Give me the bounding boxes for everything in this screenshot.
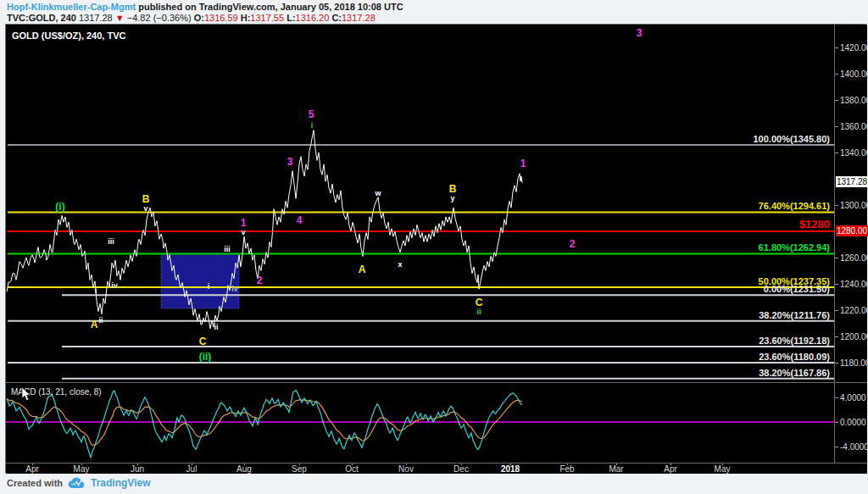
price-axis-label: 1400.00 [840, 69, 868, 79]
wave-label[interactable]: (i) [55, 203, 64, 212]
author-link[interactable]: Hopf-Klinkmueller-Cap-Mgmt [7, 2, 136, 12]
wave-label[interactable]: 3 [287, 158, 293, 167]
wave-label[interactable]: C [476, 298, 483, 308]
macd-axis-label: 4.0000 [840, 393, 866, 402]
axis-tick [835, 363, 838, 364]
axis-tick [835, 336, 838, 337]
wave-label[interactable]: iv [111, 281, 118, 291]
wave-label[interactable]: 3 [637, 29, 643, 38]
macd-plot-svg[interactable] [6, 383, 834, 463]
mouse-cursor-icon [21, 387, 33, 402]
axis-tick [835, 258, 838, 258]
wave-label[interactable]: C [199, 337, 207, 347]
price-axis[interactable]: 1317.28 1280.00 1420.001400.001380.00136… [834, 25, 867, 463]
wave-label[interactable]: A [359, 265, 366, 275]
created-with-text: Created with [7, 478, 63, 488]
wave-label[interactable]: v [143, 204, 147, 214]
tradingview-cloud-icon [68, 477, 86, 489]
time-axis-label: Apr [25, 464, 39, 474]
wave-label[interactable]: 1 [520, 159, 526, 169]
header: Hopf-Klinkmueller-Cap-Mgmt published on … [7, 2, 403, 23]
chart-area[interactable]: 100.00%(1345.80)76.40%(1294.61)61.80%(12… [5, 24, 866, 473]
wave-label[interactable]: i [311, 121, 314, 130]
time-axis[interactable]: AprMayJunJulAugSepOctNovDec2018FebMarApr… [6, 463, 867, 474]
fib-level-label[interactable]: 0.00%(1231.50) [764, 284, 830, 294]
axis-tick [835, 447, 838, 447]
wave-label[interactable]: i [208, 282, 210, 291]
chart-title: GOLD (US$/OZ), 240, TVC [12, 31, 125, 41]
axis-tick [835, 397, 838, 398]
fib-level-label[interactable]: 23.60%(1180.09) [759, 352, 830, 362]
low-value: 1316.20 [296, 13, 330, 23]
fib-level-label[interactable]: 100.00%(1345.80) [753, 134, 830, 144]
alert-price-tag: 1280.00 [836, 225, 868, 236]
publish-line: Hopf-Klinkmueller-Cap-Mgmt published on … [7, 2, 403, 12]
time-axis-label: Feb [559, 464, 574, 474]
wave-label[interactable]: i [95, 286, 97, 296]
price-plot-svg[interactable] [6, 25, 834, 382]
price-axis-label: 1240.00 [840, 280, 868, 289]
price-axis-label: 1220.00 [840, 306, 868, 315]
wave-label[interactable]: iv [231, 285, 238, 294]
time-axis-label: Aug [236, 464, 252, 474]
time-axis-label: Dec [453, 464, 469, 474]
time-axis-label: Nov [398, 464, 414, 474]
time-axis-label: Oct [345, 464, 359, 474]
wave-label[interactable]: 2 [570, 240, 576, 249]
time-axis-label: Jun [131, 464, 144, 474]
axis-tick [835, 47, 838, 48]
high-label: H: [241, 13, 251, 23]
wave-label[interactable]: x [398, 260, 402, 269]
price-pane[interactable]: 100.00%(1345.80)76.40%(1294.61)61.80%(12… [6, 25, 834, 382]
axis-tick [835, 310, 838, 311]
wave-label[interactable]: iii [108, 237, 114, 247]
wave-label[interactable]: v [241, 228, 245, 237]
low-label: L: [287, 13, 295, 23]
axis-separator [6, 463, 867, 463]
symbol-name[interactable]: TVC:GOLD, 240 [7, 13, 76, 23]
axis-tick [835, 153, 838, 153]
close-label: C: [331, 13, 342, 23]
wave-label[interactable]: iii [224, 245, 231, 254]
wave-label[interactable]: 5 [309, 110, 314, 119]
wave-label[interactable]: B [449, 185, 457, 194]
wave-label[interactable]: w [375, 189, 381, 198]
fib-level-label[interactable]: 76.40%(1294.61) [759, 201, 830, 211]
axis-tick [835, 422, 838, 423]
price-axis-label: 1180.00 [840, 358, 868, 368]
fib-level-label[interactable]: 38.20%(1167.86) [759, 368, 830, 378]
axis-tick [835, 284, 838, 285]
fib-level-label[interactable]: 23.60%(1192.18) [759, 336, 830, 346]
footer: Created with TradingView [7, 475, 150, 491]
axis-tick [835, 100, 838, 101]
time-axis-label: Jul [186, 464, 198, 474]
price-axis-label: 1340.00 [840, 148, 868, 158]
wave-label[interactable]: 1 [241, 219, 247, 228]
pane-separator[interactable] [6, 382, 867, 383]
wave-label[interactable]: (ii) [199, 352, 212, 362]
last-price: 1317.28 [79, 13, 113, 23]
fib-level-label[interactable]: 61.80%(1262.94) [759, 242, 830, 253]
wave-label[interactable]: ii [98, 316, 103, 325]
time-axis-label: May [715, 464, 731, 474]
open-label: O: [194, 13, 204, 23]
open-value: 1316.59 [204, 13, 238, 23]
tradingview-brand-link[interactable]: TradingView [91, 477, 150, 489]
tradingview-published-chart: Hopf-Klinkmueller-Cap-Mgmt published on … [0, 0, 868, 494]
alert-level-label[interactable]: $1280 [799, 218, 830, 230]
wave-label[interactable]: ii [214, 323, 218, 332]
price-axis-label: 1260.00 [840, 253, 868, 263]
macd-axis-label: 0.0000 [840, 418, 866, 427]
wave-label[interactable]: A [91, 320, 98, 330]
price-axis-label: 1420.00 [840, 43, 868, 53]
wave-label[interactable]: B [142, 195, 150, 204]
fib-level-label[interactable]: 38.20%(1211.76) [759, 310, 830, 320]
time-axis-label: 2018 [501, 464, 520, 474]
wave-label[interactable]: 4 [297, 216, 303, 225]
wave-label[interactable]: y [450, 194, 454, 203]
macd-pane[interactable]: MACD (13, 21, close, 8) [6, 383, 834, 463]
wave-label[interactable]: ii [476, 308, 481, 317]
time-axis-label: May [74, 464, 90, 474]
wave-label[interactable]: 2 [257, 276, 263, 286]
symbol-line: TVC:GOLD, 240 1317.28 ▼ −4.82 (−0.36%) O… [7, 13, 403, 23]
